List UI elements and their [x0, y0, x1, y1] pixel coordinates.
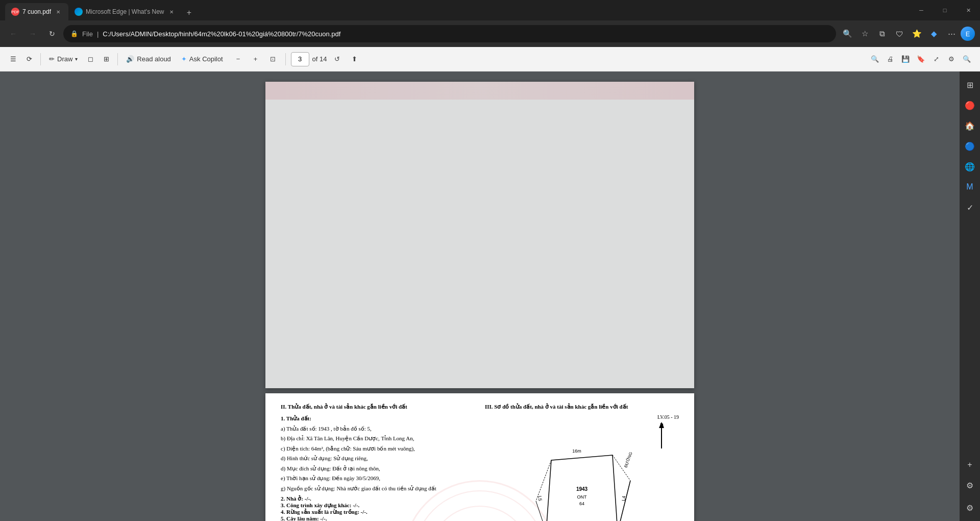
tab-edge-close[interactable]: ✕ — [167, 8, 176, 16]
sidebar-extensions-button[interactable]: 🌐 — [961, 157, 979, 176]
land-info: 1. Thửa đất: a) Thửa đất số: 1943 , tờ b… — [281, 414, 475, 492]
draw-dropdown-icon: ▾ — [75, 56, 78, 62]
share-button[interactable]: ⬆ — [348, 52, 362, 66]
new-tab-button[interactable]: + — [182, 5, 197, 20]
downloads-icon: 🔵 — [965, 141, 975, 151]
back-button[interactable]: ← — [5, 26, 21, 42]
split-view-button[interactable]: ⧉ — [874, 26, 890, 42]
section2-title: II. Thửa đất, nhà ở và tài sản khác gắn … — [281, 404, 475, 410]
protocol-label: File — [82, 30, 93, 38]
sidebar-todo-button[interactable]: ✓ — [961, 198, 979, 217]
rotate-ccw-button[interactable]: ↺ — [330, 52, 345, 66]
sidebar-history-button[interactable]: 🏠 — [961, 116, 979, 135]
sidebar-favorites-button[interactable]: 🔴 — [961, 96, 979, 114]
zoom-in-button[interactable]: + — [249, 52, 263, 66]
land-diagram: B — [485, 422, 679, 521]
lv05-label: LV.05 - 19 — [485, 414, 679, 420]
read-aloud-button[interactable]: 🔊 Read aloud — [122, 51, 175, 67]
pdf-erase-button[interactable]: ◻ — [84, 51, 97, 67]
view-icon: ⊞ — [104, 55, 109, 63]
sidebar-add-button[interactable]: + — [961, 456, 979, 474]
pdf-toolbar-right: 🔍 🖨 💾 🔖 ⤢ ⚙ 🔍 — [868, 52, 974, 66]
pdf-page-main: BỘ TÀI NGUYÊNVÀ MÔI TRƯỜNG II. Thửa đất,… — [265, 393, 694, 521]
svg-text:16m: 16m — [572, 448, 581, 454]
pdf-search-button[interactable]: 🔍 — [868, 52, 882, 66]
sidebar-settings-button[interactable]: ⚙ — [961, 476, 979, 494]
extensions-icon: 🌐 — [965, 162, 975, 172]
favorites-button[interactable]: ☆ — [856, 26, 873, 42]
sidebar-collections-button[interactable]: ⊞ — [961, 76, 979, 94]
draw-label: Draw — [57, 55, 72, 63]
section3-title: III. Sơ đồ thửa đất, nhà ở và tài sản kh… — [485, 404, 679, 410]
tab-edge-label: Microsoft Edge | What's New — [86, 8, 164, 15]
thoi-han: e) Thời hạn sử dụng: Đến ngày 30/5/2069, — [281, 474, 475, 483]
sidebar-bottom-settings-button[interactable]: ⚙ — [961, 499, 979, 517]
hinh-thuc: d) Hình thức sử dụng: Sử dụng riêng, — [281, 454, 475, 463]
outlook-icon: M — [966, 182, 973, 192]
page-number-input[interactable]: 3 — [291, 52, 309, 66]
add-icon: + — [967, 460, 972, 469]
svg-text:1943: 1943 — [576, 486, 588, 492]
search-button[interactable]: 🔍 — [839, 26, 855, 42]
tab-pdf-close[interactable]: ✕ — [54, 8, 62, 16]
sidebar-outlook-button[interactable]: M — [961, 178, 979, 196]
window-controls: ─ □ ✕ — [910, 0, 980, 20]
titlebar: PDF 7 cuon.pdf ✕ Microsoft Edge | What's… — [0, 0, 980, 20]
pdf-print-button[interactable]: 🖨 — [883, 52, 897, 66]
tab-edge[interactable]: Microsoft Edge | What's New ✕ — [68, 3, 181, 20]
ask-copilot-label: Ask Copilot — [189, 55, 223, 63]
forward-button[interactable]: → — [24, 26, 41, 42]
favorites-hub-button[interactable]: ⭐ — [909, 26, 925, 42]
toolbar-separator-2 — [117, 53, 118, 65]
pdf-bookmark-button[interactable]: 🔖 — [914, 52, 928, 66]
pdf-rotate-button[interactable]: ⟳ — [22, 51, 36, 67]
read-aloud-label: Read aloud — [137, 55, 171, 63]
copilot-button[interactable]: ◆ — [926, 26, 942, 42]
ask-copilot-button[interactable]: ✦ Ask Copilot — [177, 51, 227, 67]
sidebar-downloads-button[interactable]: 🔵 — [961, 137, 979, 155]
erase-icon: ◻ — [88, 55, 93, 63]
pdf-fullscreen-button[interactable]: ⤢ — [929, 52, 943, 66]
tab-pdf[interactable]: PDF 7 cuon.pdf ✕ — [5, 3, 68, 20]
svg-line-4 — [536, 501, 546, 521]
pdf-menu-button[interactable]: ☰ — [6, 51, 20, 67]
addressbar: ← → ↻ 🔒 File | C:/Users/ADMIN/Desktop/hi… — [0, 20, 980, 47]
close-button[interactable]: ✕ — [957, 0, 980, 20]
right-sidebar: ⊞ 🔴 🏠 🔵 🌐 M ✓ + ⚙ ⚙ — [960, 72, 980, 521]
profile-button[interactable]: E — [961, 27, 975, 41]
pdf-save-button[interactable]: 💾 — [898, 52, 913, 66]
minimize-button[interactable]: ─ — [910, 0, 933, 20]
svg-text:L5: L5 — [537, 495, 543, 501]
page-total-label: of 14 — [312, 55, 327, 63]
pdf-more-button[interactable]: 🔍 — [960, 52, 974, 66]
url-separator: | — [97, 30, 99, 38]
svg-text:64: 64 — [579, 501, 584, 506]
main-content: BỘ TÀI NGUYÊNVÀ MÔI TRƯỜNG II. Thửa đất,… — [0, 72, 980, 521]
dien-tich: c) Diện tích: 64m², (bằng chữ: Sáu mươi … — [281, 444, 475, 453]
dia-chi: b) Địa chỉ: Xã Tân Lân, Huyện Cần Dược, … — [281, 434, 475, 443]
browser-essentials-button[interactable]: 🛡 — [891, 26, 908, 42]
edge-favicon — [75, 8, 83, 16]
refresh-button[interactable]: ↻ — [44, 26, 60, 42]
maximize-button[interactable]: □ — [933, 0, 957, 20]
land-parcel-svg: 16m 16m L4 L5 1943 ONT 64 ĐƯỜNG — [531, 440, 633, 521]
page-navigation: − + ⊡ 3 of 14 ↺ ⬆ — [231, 52, 362, 66]
todo-icon: ✓ — [967, 203, 973, 212]
zoom-out-button[interactable]: − — [231, 52, 246, 66]
more-options-button[interactable]: ⋯ — [943, 26, 960, 42]
address-bar[interactable]: 🔒 File | C:/Users/ADMIN/Desktop/hinh/64m… — [63, 25, 836, 42]
pdf-settings-button[interactable]: ⚙ — [944, 52, 959, 66]
toolbar-right: 🔍 ☆ ⧉ 🛡 ⭐ ◆ ⋯ E — [839, 26, 975, 42]
fit-page-button[interactable]: ⊡ — [266, 52, 280, 66]
pdf-toolbar: ☰ ⟳ ✏ Draw ▾ ◻ ⊞ 🔊 Read aloud ✦ Ask Copi… — [0, 47, 980, 72]
bottom-settings-icon: ⚙ — [966, 503, 973, 513]
draw-icon: ✏ — [49, 55, 55, 63]
pdf-view-button[interactable]: ⊞ — [100, 51, 113, 67]
pdf-page-prev-partial — [265, 82, 694, 388]
pdf-viewer[interactable]: BỘ TÀI NGUYÊNVÀ MÔI TRƯỜNG II. Thửa đất,… — [0, 72, 960, 521]
tab-pdf-label: 7 cuon.pdf — [22, 8, 51, 15]
speaker-icon: 🔊 — [126, 55, 134, 63]
rotate-icon: ⟳ — [27, 55, 32, 63]
svg-text:ONT: ONT — [577, 494, 587, 500]
pdf-draw-button[interactable]: ✏ Draw ▾ — [45, 51, 82, 67]
